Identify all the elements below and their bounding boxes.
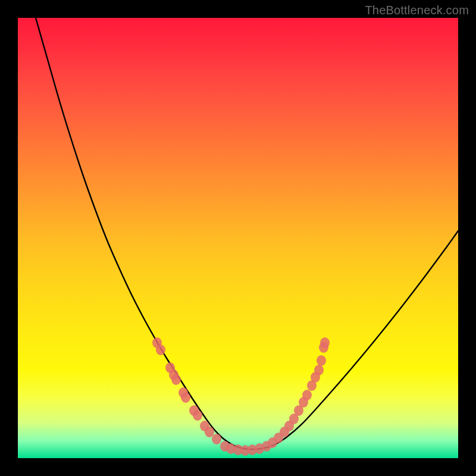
- curve-marker: [171, 374, 181, 385]
- curve-marker: [314, 365, 324, 375]
- chart-frame: TheBottleneck.com: [0, 0, 476, 476]
- curve-marker: [302, 390, 312, 400]
- curve-marker: [317, 355, 326, 366]
- watermark-text: TheBottleneck.com: [365, 4, 469, 17]
- curve-marker: [205, 427, 214, 437]
- curve-marker: [156, 345, 165, 355]
- plot-area: [18, 18, 458, 458]
- curve-marker: [212, 434, 221, 444]
- curve-markers: [152, 337, 330, 456]
- v-curve-line: [36, 18, 458, 449]
- curve-svg: [18, 18, 458, 458]
- curve-marker: [320, 337, 330, 348]
- curve-marker: [193, 410, 202, 421]
- curve-marker: [181, 392, 190, 403]
